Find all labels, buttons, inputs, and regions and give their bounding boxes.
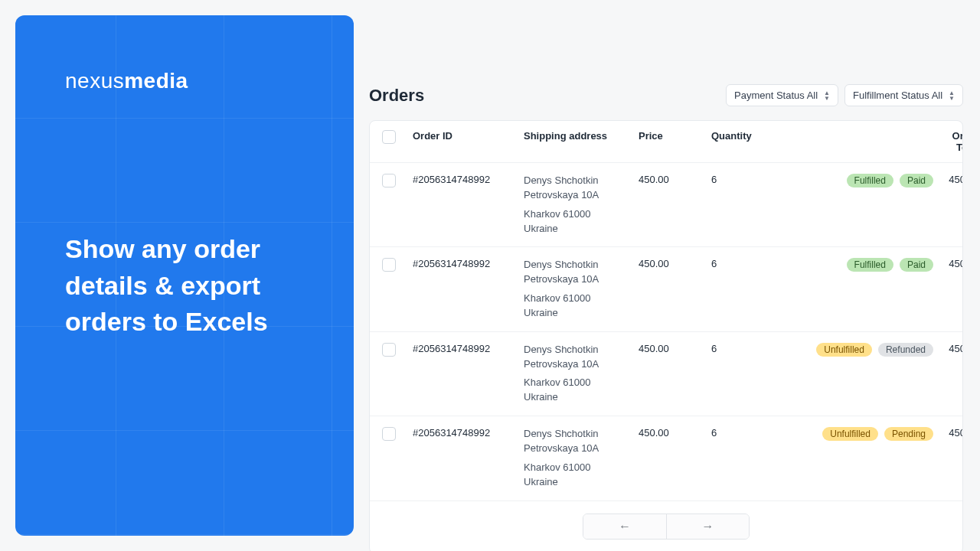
orders-table: Order ID Shipping address Price Quantity…: [369, 120, 963, 551]
payment-badge: Pending: [884, 427, 933, 441]
col-qty: Quantity: [711, 130, 788, 142]
shipping-address: Denys Shchotkin Petrovskaya 10A Kharkov …: [524, 258, 639, 320]
top-bar: Orders Payment Status All ▲▼ Fulfillment…: [369, 84, 963, 106]
brand-logo: nexusmedia: [65, 69, 308, 93]
row-checkbox[interactable]: [382, 174, 396, 187]
col-price: Price: [639, 130, 711, 142]
col-total: Order Total: [933, 130, 963, 153]
quantity: 6: [711, 258, 788, 269]
price: 450.00: [639, 258, 711, 269]
payment-badge: Paid: [900, 174, 933, 187]
order-id: #2056314748992: [413, 174, 524, 185]
table-row: #2056314748992 Denys Shchotkin Petrovska…: [370, 332, 962, 416]
fulfillment-badge: Unfulfilled: [816, 343, 872, 357]
status-badges: Fulfilled Paid: [788, 174, 933, 187]
table-row: #2056314748992 Denys Shchotkin Petrovska…: [370, 247, 962, 331]
table-row: #2056314748992 Denys Shchotkin Petrovska…: [370, 163, 962, 247]
order-total: 450.00: [933, 174, 963, 185]
main-content: Orders Payment Status All ▲▼ Fulfillment…: [354, 0, 980, 551]
prev-page-button[interactable]: ←: [583, 514, 666, 539]
payment-badge: Refunded: [878, 343, 933, 357]
row-checkbox[interactable]: [382, 343, 396, 357]
filter-group: Payment Status All ▲▼ Fulfillment Status…: [726, 84, 963, 106]
fulfillment-badge: Fulfilled: [847, 258, 893, 272]
col-shipping: Shipping address: [524, 130, 639, 142]
quantity: 6: [711, 174, 788, 185]
fulfillment-filter-label: Fulfillment Status All: [853, 90, 942, 101]
order-total: 450.00: [933, 343, 963, 354]
price: 450.00: [639, 343, 711, 354]
select-all-checkbox[interactable]: [382, 130, 396, 144]
status-badges: Unfulfilled Pending: [788, 427, 933, 441]
order-id: #2056314748992: [413, 258, 524, 269]
row-checkbox[interactable]: [382, 427, 396, 441]
next-page-button[interactable]: →: [666, 514, 749, 539]
payment-status-filter[interactable]: Payment Status All ▲▼: [726, 84, 838, 106]
promo-headline: Show any order details & export orders t…: [65, 231, 308, 341]
page-title: Orders: [369, 86, 424, 106]
order-id: #2056314748992: [413, 343, 524, 354]
promo-sidebar: nexusmedia Show any order details & expo…: [15, 15, 354, 536]
shipping-address: Denys Shchotkin Petrovskaya 10A Kharkov …: [524, 427, 639, 489]
shipping-address: Denys Shchotkin Petrovskaya 10A Kharkov …: [524, 343, 639, 405]
table-header: Order ID Shipping address Price Quantity…: [370, 121, 962, 163]
row-checkbox[interactable]: [382, 258, 396, 272]
brand-prefix: nexus: [65, 69, 124, 93]
pagination: ← →: [370, 501, 962, 552]
fulfillment-badge: Unfulfilled: [822, 427, 878, 441]
arrow-left-icon: ←: [619, 520, 631, 533]
fulfillment-status-filter[interactable]: Fulfillment Status All ▲▼: [844, 84, 963, 106]
order-total: 450.00: [933, 427, 963, 439]
arrow-right-icon: →: [702, 520, 714, 533]
status-badges: Unfulfilled Refunded: [788, 343, 933, 357]
order-total: 450.00: [933, 258, 963, 269]
quantity: 6: [711, 343, 788, 354]
brand-bold: media: [124, 69, 188, 93]
status-badges: Fulfilled Paid: [788, 258, 933, 272]
sort-icon: ▲▼: [824, 90, 830, 101]
payment-badge: Paid: [900, 258, 933, 272]
fulfillment-badge: Fulfilled: [847, 174, 893, 187]
payment-filter-label: Payment Status All: [734, 90, 818, 101]
sort-icon: ▲▼: [949, 90, 955, 101]
price: 450.00: [639, 427, 711, 439]
shipping-address: Denys Shchotkin Petrovskaya 10A Kharkov …: [524, 174, 639, 236]
order-id: #2056314748992: [413, 427, 524, 439]
quantity: 6: [711, 427, 788, 439]
price: 450.00: [639, 174, 711, 185]
table-row: #2056314748992 Denys Shchotkin Petrovska…: [370, 416, 962, 500]
col-order-id: Order ID: [413, 130, 524, 142]
